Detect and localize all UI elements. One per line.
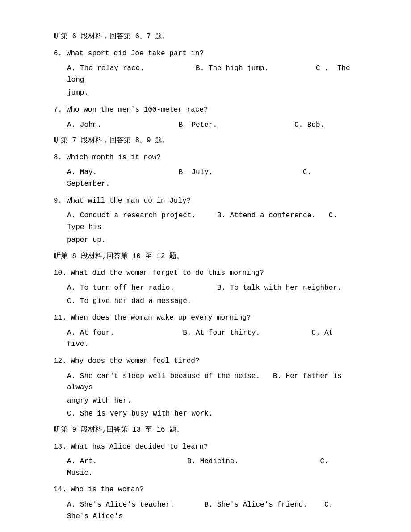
option-12c: C. She is very busy with her work. (67, 410, 213, 418)
question-6-continued: jump. (67, 89, 88, 97)
question-10: 10. What did the woman forget to do this… (54, 268, 357, 279)
option-12a-continued: angry with her. (67, 397, 131, 405)
question-14-options: A. She's Alice's teacher. B. She's Alice… (67, 499, 357, 522)
question-10-options-row2: C. To give her dad a message. (67, 296, 357, 308)
question-7-options: A. John. B. Peter. C. Bob. (67, 120, 357, 131)
question-10-options-row1: A. To turn off her radio. B. To talk wit… (67, 283, 357, 294)
section-7: 听第 7 段材料，回答第 8、9 题。 8. Which month is it… (54, 135, 357, 246)
question-9-text: 9. What will the man do in July? (54, 197, 191, 205)
question-6: 6. What sport did Joe take part in? (54, 48, 357, 60)
question-12-options-wrap: angry with her. (67, 395, 357, 407)
question-14-text: 14. Who is the woman? (54, 486, 144, 494)
question-13-options: A. Art. B. Medicine. C. Music. (67, 456, 357, 479)
question-9: 9. What will the man do in July? (54, 195, 357, 207)
question-6-options: A. The relay race. B. The high jump. C .… (67, 63, 357, 86)
question-9-continued: paper up. (67, 236, 105, 244)
question-14: 14. Who is the woman? (54, 484, 357, 496)
question-11-text: 11. When does the woman wake up every mo… (54, 314, 251, 322)
question-6-wrap: jump. (67, 87, 357, 99)
question-12-options-row1: A. She can't sleep well because of the n… (67, 371, 357, 394)
section-9-header: 听第 9 段材料,回答第 13 至 16 题。 (54, 424, 357, 436)
section-9: 听第 9 段材料,回答第 13 至 16 题。 13. What has Ali… (54, 424, 357, 522)
question-11: 11. When does the woman wake up every mo… (54, 312, 357, 324)
option-12a: A. She can't sleep well because of the n… (67, 372, 342, 392)
question-6-text: 6. What sport did Joe take part in? (54, 50, 204, 58)
question-9-options: A. Conduct a research project. B. Attend… (67, 210, 357, 233)
question-11-options: A. At four. B. At four thirty. C. At fiv… (67, 328, 357, 350)
option-14a: A. She's Alice's teacher. B. She's Alice… (67, 501, 333, 520)
question-8-options: A. May. B. July. C. September. (67, 167, 357, 190)
option-13a: A. Art. B. Medicine. C. Music. (67, 457, 329, 477)
option-10a: A. To turn off her radio. B. To talk wit… (67, 284, 342, 292)
option-6a: A. The relay race. B. The high jump. C .… (67, 64, 354, 84)
question-12-text: 12. Why does the woman feel tired? (54, 357, 199, 365)
page-content: 听第 6 段材料，回答第 6、7 题。 6. What sport did Jo… (54, 31, 357, 522)
question-8-text: 8. Which month is it now? (54, 154, 161, 162)
question-10-text: 10. What did the woman forget to do this… (54, 269, 264, 277)
question-8: 8. Which month is it now? (54, 152, 357, 164)
option-10c: C. To give her dad a message. (67, 297, 191, 305)
option-8a: A. May. B. July. C. September. (67, 168, 311, 188)
option-11a: A. At four. B. At four thirty. C. At fiv… (67, 329, 333, 349)
question-12-options-row2: C. She is very busy with her work. (67, 408, 357, 420)
option-9a: A. Conduct a research project. B. Attend… (67, 212, 337, 231)
section-6: 听第 6 段材料，回答第 6、7 题。 6. What sport did Jo… (54, 31, 357, 131)
question-13: 13. What has Alice decided to learn? (54, 441, 357, 453)
question-13-text: 13. What has Alice decided to learn? (54, 443, 208, 451)
question-9-wrap: paper up. (67, 235, 357, 246)
section-8: 听第 8 段材料,回答第 10 至 12 题。 10. What did the… (54, 251, 357, 420)
section-6-header: 听第 6 段材料，回答第 6、7 题。 (54, 31, 357, 43)
question-7: 7. Who won the men's 100-meter race? (54, 104, 357, 116)
option-7a: A. John. B. Peter. C. Bob. (67, 121, 324, 129)
question-7-text: 7. Who won the men's 100-meter race? (54, 106, 208, 114)
section-8-header: 听第 8 段材料,回答第 10 至 12 题。 (54, 251, 357, 262)
question-12: 12. Why does the woman feel tired? (54, 356, 357, 367)
section-7-header: 听第 7 段材料，回答第 8、9 题。 (54, 135, 357, 147)
